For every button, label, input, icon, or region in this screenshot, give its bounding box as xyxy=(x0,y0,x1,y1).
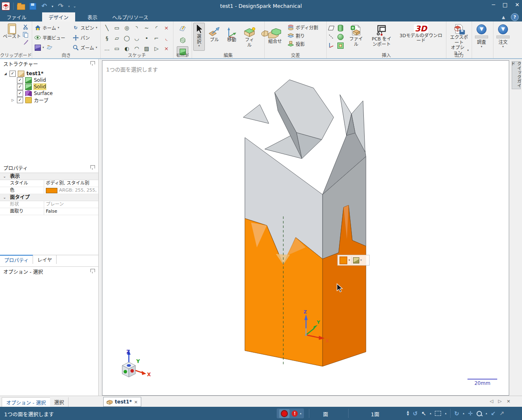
survey-button[interactable]: ▼ 調査 ▾ xyxy=(473,24,490,49)
tab-scroll-left-icon[interactable]: ◁ xyxy=(490,399,493,404)
solid-cube-icon[interactable] xyxy=(353,257,359,263)
expander-collapsed-icon[interactable]: ▷ xyxy=(11,98,15,102)
alert-icon[interactable]: ! xyxy=(292,411,298,417)
collapse-ribbon-icon[interactable]: ▲ xyxy=(502,15,505,19)
quick-guide-tab[interactable]: クイックガイド xyxy=(512,61,521,89)
maximize-button[interactable]: □ xyxy=(503,2,508,8)
model-canvas[interactable]: Z Y X Z Y X xyxy=(102,61,509,395)
visibility-checkbox[interactable] xyxy=(9,71,16,77)
sketch-tool-icon[interactable]: ~ xyxy=(142,23,152,33)
visibility-checkbox[interactable] xyxy=(17,84,23,90)
chevron-down-icon[interactable]: ⌄ xyxy=(0,194,9,201)
line-icon[interactable] xyxy=(328,33,335,40)
sketch-tool-icon[interactable]: ◎ xyxy=(122,23,132,33)
close-tab-icon[interactable]: × xyxy=(134,399,138,405)
record-button[interactable] xyxy=(279,409,289,418)
property-row-color[interactable]: 色 ARGB: 255, 255, 128 xyxy=(0,187,98,194)
pcb-import-button[interactable]: PCB をインポート xyxy=(368,24,394,49)
orbit-caret-icon[interactable]: ▴ xyxy=(463,412,465,415)
split-button[interactable]: 割り xyxy=(287,32,319,39)
spin-button[interactable]: ↻ スピン▾ xyxy=(71,23,100,33)
tree-row-solid1[interactable]: Solid xyxy=(0,77,98,83)
visibility-checkbox[interactable] xyxy=(17,77,23,83)
sketch-tool-icon[interactable]: ◟ xyxy=(161,33,171,43)
tab-list-close-icon[interactable]: × xyxy=(507,399,510,404)
shell-icon[interactable] xyxy=(337,42,344,49)
format-paint-icon[interactable] xyxy=(22,39,29,46)
section-mode-button[interactable] xyxy=(177,35,188,45)
selection-box-caret-icon[interactable]: ▴ xyxy=(445,412,446,415)
tree-row-surface[interactable]: Surface xyxy=(0,90,98,97)
tab-layers[interactable]: レイヤ xyxy=(33,255,57,264)
swatch-dropdown-caret[interactable]: ▾ xyxy=(349,259,350,262)
selection-mode[interactable]: 面 xyxy=(323,410,328,418)
color-swatch[interactable] xyxy=(339,256,347,264)
zoom-icon[interactable] xyxy=(477,411,482,416)
download-3d-button[interactable]: 3D 3Dモデルのダウンロード xyxy=(397,24,445,49)
sketch-tool-icon[interactable]: ◡ xyxy=(132,33,142,43)
property-row-shape[interactable]: 形状 プレーン xyxy=(0,201,98,208)
copy-icon[interactable] xyxy=(22,31,29,38)
cylinder-icon[interactable] xyxy=(337,24,344,32)
viewport[interactable]: 1つの面を選択します xyxy=(102,60,509,396)
visibility-checkbox[interactable] xyxy=(17,90,23,97)
zoom-button[interactable]: ズーム▾ xyxy=(71,43,100,52)
section-display[interactable]: ⌄ 表示 xyxy=(0,173,98,180)
help-icon[interactable]: ? xyxy=(511,13,519,21)
sketch-mode-button[interactable] xyxy=(177,23,188,34)
orbit-icon[interactable]: ↻ xyxy=(454,411,459,416)
split-body-button[interactable]: ボディ分割 xyxy=(287,24,319,31)
sketch-tool-icon[interactable]: × xyxy=(161,23,171,33)
tab-select[interactable]: 選択 xyxy=(50,397,69,407)
tree-row-curves[interactable]: ▷ カーブ xyxy=(0,97,98,103)
tab-scroll-right-icon[interactable]: ▷ xyxy=(498,399,501,404)
tab-properties[interactable]: プロパティ xyxy=(0,255,33,264)
select-button[interactable]: 選択 ▾ xyxy=(193,23,205,51)
tab-file[interactable]: ファイル xyxy=(0,12,33,22)
sketch-tool-icon[interactable]: ▭ xyxy=(112,23,122,33)
pin-icon[interactable] xyxy=(90,165,95,168)
view-style-button[interactable]: ▾ xyxy=(33,43,71,52)
tree-row-solid2[interactable]: Solid xyxy=(0,83,98,90)
expander-expanded-icon[interactable]: ◢ xyxy=(3,72,7,76)
pin-icon[interactable] xyxy=(90,61,95,64)
arrow-southwest-icon[interactable]: ↙ xyxy=(491,411,496,416)
plane-icon[interactable] xyxy=(328,24,335,32)
sketch-tool-icon[interactable]: ◯ xyxy=(122,33,132,43)
model-spike-left[interactable] xyxy=(243,104,269,123)
zoom-caret-icon[interactable]: ▴ xyxy=(486,412,487,415)
selection-box-icon[interactable] xyxy=(435,411,441,416)
arrow-northeast-icon[interactable]: ↗ xyxy=(499,411,504,416)
property-row-style[interactable]: スタイル ボディ別, スタイル別 xyxy=(0,180,98,187)
tab-options-select[interactable]: オプション - 選択 xyxy=(2,397,50,407)
cursor-icon[interactable]: ↖ xyxy=(421,411,426,416)
pull-button[interactable]: プル xyxy=(206,26,222,44)
orientation-cube[interactable]: Z Y X xyxy=(122,349,151,377)
color-swatch[interactable] xyxy=(46,188,57,193)
sketch-sheet-icon[interactable] xyxy=(46,44,52,51)
cube-dropdown-caret[interactable]: ▾ xyxy=(361,259,362,262)
spinner-icon[interactable]: ▲▼ xyxy=(407,411,409,416)
move-button[interactable]: 移動 xyxy=(224,26,240,44)
sketch-tool-icon[interactable]: • xyxy=(142,33,152,43)
tree-row-root[interactable]: ◢ test1* xyxy=(0,70,98,77)
order-button[interactable]: ▼ 注文 ▾ xyxy=(495,24,511,49)
cut-icon[interactable] xyxy=(22,24,29,30)
tab-view[interactable]: 表示 xyxy=(81,12,104,22)
sketch-tool-icon[interactable]: ◝ xyxy=(132,23,142,33)
pan-icon[interactable]: ✛ xyxy=(468,411,473,416)
axis-icon[interactable] xyxy=(328,42,335,49)
tab-help-resources[interactable]: ヘルプ/リソース xyxy=(106,12,155,22)
sphere-icon[interactable] xyxy=(337,33,344,40)
sketch-tool-icon[interactable]: § xyxy=(102,33,112,43)
project-button[interactable]: 投影 xyxy=(287,40,319,47)
minimize-button[interactable]: ─ xyxy=(492,2,495,8)
alert-caret-icon[interactable]: ▴ xyxy=(300,412,301,415)
undo-pointer-icon[interactable]: ↺ xyxy=(413,411,418,416)
pan-button[interactable]: パン xyxy=(71,33,100,43)
sketch-tool-icon[interactable]: ▱ xyxy=(112,33,122,43)
section-facetype[interactable]: ⌄ 面タイプ xyxy=(0,194,98,201)
pin-icon[interactable] xyxy=(90,269,95,272)
plan-view-button[interactable]: 平面ビュー xyxy=(33,33,71,43)
paste-button[interactable]: ペースト xyxy=(1,23,22,46)
